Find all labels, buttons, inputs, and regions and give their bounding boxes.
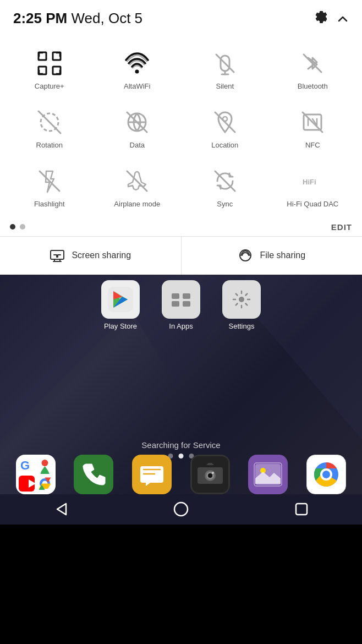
tile-airplane[interactable]: Airplane mode bbox=[94, 158, 182, 217]
svg-text:HiFi: HiFi bbox=[303, 178, 316, 186]
nav-bar bbox=[0, 494, 362, 525]
home-screen: Play Store In Apps bbox=[0, 275, 362, 525]
tile-sync-label: Sync bbox=[217, 200, 233, 209]
svg-line-17 bbox=[127, 171, 147, 191]
tile-data-label: Data bbox=[130, 141, 145, 150]
searching-text: Searching for Service bbox=[141, 440, 220, 450]
svg-rect-34 bbox=[183, 301, 190, 307]
app-row-top: Play Store In Apps bbox=[0, 275, 362, 330]
tile-rotation[interactable]: Rotation bbox=[6, 99, 94, 158]
tile-sync[interactable]: Sync bbox=[181, 158, 269, 217]
app-in-apps[interactable]: In Apps bbox=[159, 280, 203, 330]
file-sharing-button[interactable]: File sharing bbox=[182, 237, 363, 275]
sharing-row: Screen sharing File sharing bbox=[0, 236, 362, 275]
svg-point-54 bbox=[208, 473, 212, 478]
app-play-store-label: Play Store bbox=[104, 322, 137, 330]
tile-capture-label: Capture+ bbox=[35, 82, 64, 91]
tile-silent-label: Silent bbox=[216, 82, 234, 91]
tile-bluetooth[interactable]: Bluetooth bbox=[269, 40, 357, 99]
bluetooth-icon bbox=[299, 50, 326, 77]
tiles-grid: Capture+ AltaWiFi bbox=[0, 35, 362, 219]
svg-point-5 bbox=[135, 70, 139, 74]
svg-marker-64 bbox=[57, 504, 66, 515]
location-icon bbox=[212, 109, 238, 135]
data-icon bbox=[124, 109, 150, 135]
svg-rect-30 bbox=[168, 287, 194, 312]
rotation-icon bbox=[36, 109, 63, 135]
wifi-icon bbox=[124, 50, 150, 77]
back-button[interactable] bbox=[52, 500, 69, 518]
svg-line-6 bbox=[216, 54, 234, 72]
dock-app-google[interactable]: G bbox=[16, 455, 56, 494]
svg-point-55 bbox=[212, 472, 214, 474]
app-settings-label: Settings bbox=[229, 322, 255, 330]
chevron-up-icon[interactable] bbox=[337, 13, 349, 25]
svg-point-65 bbox=[174, 503, 188, 516]
tile-rotation-label: Rotation bbox=[36, 141, 63, 150]
screen-sharing-button[interactable]: Screen sharing bbox=[0, 237, 182, 275]
edit-button[interactable]: EDIT bbox=[331, 222, 352, 232]
svg-point-63 bbox=[322, 471, 330, 478]
time: 2:25 PM bbox=[13, 10, 67, 26]
nfc-icon bbox=[299, 109, 326, 135]
tile-altawifi-label: AltaWiFi bbox=[124, 82, 150, 91]
capture-icon bbox=[36, 50, 63, 77]
tile-capture-plus[interactable]: Capture+ bbox=[6, 40, 94, 99]
status-icons bbox=[314, 11, 349, 26]
silent-icon bbox=[212, 50, 238, 77]
airplane-icon bbox=[124, 168, 150, 194]
tile-flashlight-label: Flashlight bbox=[34, 200, 65, 209]
dock-app-gallery[interactable] bbox=[248, 455, 288, 494]
svg-rect-47 bbox=[75, 456, 112, 493]
tile-silent[interactable]: Silent bbox=[181, 40, 269, 99]
file-sharing-label: File sharing bbox=[260, 250, 305, 260]
sync-icon bbox=[212, 168, 238, 194]
tile-bluetooth-label: Bluetooth bbox=[298, 82, 328, 91]
settings-icon[interactable] bbox=[314, 11, 329, 26]
dock-row: G bbox=[0, 455, 362, 494]
tile-data[interactable]: Data bbox=[94, 99, 182, 158]
date: Wed, Oct 5 bbox=[72, 10, 143, 26]
screen-sharing-icon bbox=[50, 248, 65, 263]
tile-location[interactable]: Location bbox=[181, 99, 269, 158]
screen-sharing-label: Screen sharing bbox=[72, 250, 131, 260]
tile-flashlight[interactable]: Flashlight bbox=[6, 158, 94, 217]
svg-rect-33 bbox=[172, 301, 179, 307]
svg-rect-31 bbox=[172, 293, 179, 299]
tile-location-label: Location bbox=[211, 141, 238, 150]
tile-airplane-label: Airplane mode bbox=[114, 200, 160, 209]
notification-panel: 2:25 PM Wed, Oct 5 bbox=[0, 0, 362, 275]
home-button[interactable] bbox=[172, 500, 190, 518]
hifi-icon: HiFi bbox=[299, 168, 326, 194]
tile-nfc-label: NFC bbox=[305, 141, 320, 150]
svg-line-13 bbox=[215, 112, 235, 132]
dot-active bbox=[10, 224, 15, 230]
svg-point-41 bbox=[41, 460, 48, 466]
file-sharing-icon bbox=[238, 248, 253, 263]
dock-app-phone[interactable] bbox=[74, 455, 113, 494]
tile-nfc[interactable]: NFC bbox=[269, 99, 357, 158]
app-play-store[interactable]: Play Store bbox=[98, 280, 142, 330]
app-settings[interactable]: Settings bbox=[220, 280, 264, 330]
svg-text:G: G bbox=[20, 459, 30, 472]
dock-app-messaging[interactable] bbox=[132, 455, 172, 494]
dot-inactive bbox=[20, 224, 25, 230]
svg-rect-32 bbox=[183, 293, 190, 299]
app-in-apps-label: In Apps bbox=[169, 322, 193, 330]
dock-app-camera[interactable] bbox=[190, 455, 230, 494]
tile-hifi-label: Hi-Fi Quad DAC bbox=[287, 200, 338, 209]
flashlight-icon bbox=[36, 168, 63, 194]
tile-altawifi[interactable]: AltaWiFi bbox=[94, 40, 182, 99]
status-bar: 2:25 PM Wed, Oct 5 bbox=[0, 0, 362, 35]
tile-hifi[interactable]: HiFi Hi-Fi Quad DAC bbox=[269, 158, 357, 217]
page-dots bbox=[10, 224, 25, 230]
svg-point-36 bbox=[239, 297, 244, 302]
svg-line-9 bbox=[39, 111, 61, 133]
recent-button[interactable] bbox=[293, 500, 310, 518]
dock-app-chrome[interactable] bbox=[306, 455, 346, 494]
dots-edit-row: EDIT bbox=[0, 219, 362, 236]
time-date: 2:25 PM Wed, Oct 5 bbox=[13, 10, 142, 27]
svg-rect-66 bbox=[296, 504, 307, 515]
